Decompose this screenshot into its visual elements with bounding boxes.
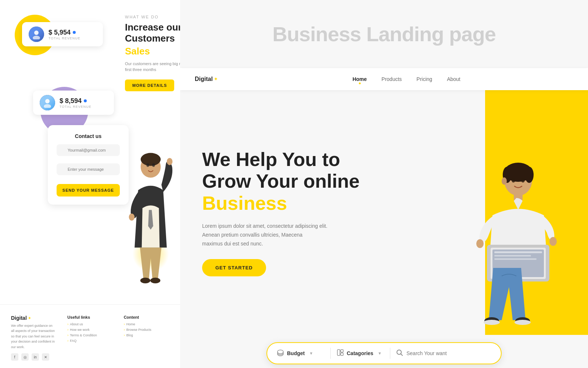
get-started-button[interactable]: GET STARTED bbox=[202, 259, 266, 276]
avatar-2 bbox=[40, 95, 55, 110]
contact-section: Contact us ✉ 💬 SEND YOUR MESSAGE bbox=[48, 125, 129, 205]
footer-link-home[interactable]: › Home bbox=[124, 322, 169, 326]
svg-point-11 bbox=[152, 163, 155, 167]
categories-icon bbox=[337, 349, 344, 358]
blue-dot-2 bbox=[84, 99, 87, 102]
content-title: Content bbox=[124, 315, 169, 319]
svg-point-31 bbox=[514, 320, 531, 325]
footer-description: We offer expert guidance on all aspects … bbox=[11, 323, 56, 350]
footer-content-col: Content › Home › Browse Products › Blog bbox=[124, 315, 169, 361]
twitter-icon[interactable]: ✕ bbox=[42, 353, 49, 361]
svg-rect-36 bbox=[341, 350, 343, 352]
useful-links-title: Useful links bbox=[67, 315, 112, 319]
footer-link-faq[interactable]: › FAQ bbox=[67, 339, 112, 343]
footer-link-blog[interactable]: › Blog bbox=[124, 333, 169, 337]
what-we-do-eyebrow: WHAT WE DO bbox=[125, 15, 180, 19]
person-icon-1 bbox=[31, 29, 42, 39]
svg-point-0 bbox=[34, 31, 39, 35]
man-figure-left bbox=[125, 144, 176, 283]
contact-title: Contact us bbox=[57, 133, 120, 139]
categories-chevron-icon: ▼ bbox=[378, 351, 382, 355]
revenue-amount-2: $ 8,594 bbox=[60, 97, 82, 105]
nav-bar: Digital ✦ Home Products Pricing About bbox=[180, 68, 588, 90]
nav-links-group: Home Products Pricing About bbox=[240, 76, 573, 82]
svg-point-10 bbox=[146, 163, 149, 167]
revenue-amount-1: $ 5,954 bbox=[49, 29, 71, 36]
person-icon-2 bbox=[42, 98, 53, 108]
footer-link-browse[interactable]: › Browse Products bbox=[124, 328, 169, 332]
nav-link-pricing[interactable]: Pricing bbox=[416, 76, 432, 82]
hero-description: Lorem ipsum dolor sit amet, consectetur … bbox=[202, 222, 342, 248]
man-svg-left bbox=[127, 147, 175, 283]
search-input-area bbox=[390, 349, 497, 357]
svg-line-39 bbox=[401, 354, 402, 355]
blue-dot-1 bbox=[73, 31, 76, 34]
email-input[interactable] bbox=[57, 144, 120, 156]
footer-section: Digital ✦ We offer expert guidance on al… bbox=[0, 304, 180, 368]
hero-title: We Help You to Grow Your online Business bbox=[202, 149, 566, 215]
left-panel: $ 5,954 TOTAL REVENUE $ 8,594 bbox=[0, 0, 180, 368]
search-input[interactable] bbox=[406, 350, 491, 356]
what-we-do-title: Increase our Customers bbox=[125, 22, 180, 44]
svg-point-38 bbox=[397, 350, 401, 354]
svg-point-3 bbox=[44, 104, 51, 108]
svg-point-7 bbox=[129, 213, 135, 220]
message-input-wrap: 💬 bbox=[57, 163, 120, 179]
nav-active-dot bbox=[359, 82, 361, 84]
more-details-button[interactable]: MORE DETAILS bbox=[125, 79, 174, 91]
svg-point-8 bbox=[140, 277, 150, 283]
send-message-button[interactable]: SEND YOUR MESSAGE bbox=[57, 184, 120, 197]
footer-link-terms[interactable]: › Terms & Condition bbox=[67, 333, 112, 337]
revenue-card-2: $ 8,594 TOTAL REVENUE bbox=[33, 91, 114, 115]
categories-section[interactable]: Catagories ▼ bbox=[331, 349, 390, 358]
svg-rect-35 bbox=[337, 350, 340, 355]
budget-section[interactable]: Budget ▼ bbox=[271, 349, 330, 358]
linkedin-icon[interactable]: in bbox=[32, 353, 39, 361]
svg-point-34 bbox=[277, 350, 283, 354]
footer-brand-star: ✦ bbox=[28, 316, 31, 320]
hero-title-yellow: Business bbox=[202, 192, 287, 214]
svg-point-30 bbox=[484, 320, 500, 325]
search-bar: Budget ▼ Catagories ▼ bbox=[266, 342, 502, 364]
hero-content: We Help You to Grow Your online Business… bbox=[202, 149, 566, 277]
svg-point-2 bbox=[45, 99, 50, 103]
facebook-icon[interactable]: f bbox=[11, 353, 18, 361]
nav-link-about[interactable]: About bbox=[447, 76, 460, 82]
revenue-card-1: $ 5,954 TOTAL REVENUE bbox=[22, 22, 103, 46]
what-we-do-desc: Our customers are seeing big results in … bbox=[125, 61, 180, 73]
footer-brand-col: Digital ✦ We offer expert guidance on al… bbox=[11, 315, 56, 361]
revenue-label-2: TOTAL REVENUE bbox=[60, 105, 92, 109]
svg-point-5 bbox=[141, 153, 161, 166]
what-we-do-sales: Sales bbox=[125, 46, 180, 57]
categories-label: Catagories bbox=[347, 350, 373, 356]
avatar-1 bbox=[29, 26, 44, 42]
revenue-section: $ 5,954 TOTAL REVENUE $ 8,594 bbox=[11, 15, 121, 115]
svg-rect-37 bbox=[341, 353, 343, 355]
message-input[interactable] bbox=[57, 163, 120, 175]
footer-link-about[interactable]: › About us bbox=[67, 322, 112, 326]
page-title: Business Landing page bbox=[272, 22, 496, 46]
top-title-section: Business Landing page bbox=[180, 0, 588, 68]
nav-link-products[interactable]: Products bbox=[381, 76, 402, 82]
revenue-label-1: TOTAL REVENUE bbox=[49, 36, 80, 40]
nav-link-home[interactable]: Home bbox=[352, 76, 367, 82]
footer-brand: Digital ✦ bbox=[11, 315, 56, 321]
what-we-do-section: WHAT WE DO Increase our Customers Sales … bbox=[125, 15, 180, 91]
budget-icon bbox=[277, 349, 284, 358]
budget-label: Budget bbox=[287, 350, 305, 356]
instagram-icon[interactable]: ◎ bbox=[21, 353, 29, 361]
footer-useful-links-col: Useful links › About us › How we work › … bbox=[67, 315, 112, 361]
budget-chevron-icon: ▼ bbox=[309, 351, 313, 355]
svg-point-9 bbox=[150, 277, 160, 283]
email-input-wrap: ✉ bbox=[57, 144, 120, 160]
svg-point-1 bbox=[33, 36, 40, 39]
svg-point-6 bbox=[167, 158, 173, 165]
nav-brand-dot: ✦ bbox=[214, 77, 218, 82]
search-magnifier-icon bbox=[396, 349, 403, 357]
footer-link-how[interactable]: › How we work bbox=[67, 328, 112, 332]
nav-brand: Digital ✦ bbox=[195, 76, 218, 82]
right-panel: Business Landing page Digital ✦ Home Pro… bbox=[180, 0, 588, 368]
social-icons-group: f ◎ in ✕ bbox=[11, 353, 56, 361]
